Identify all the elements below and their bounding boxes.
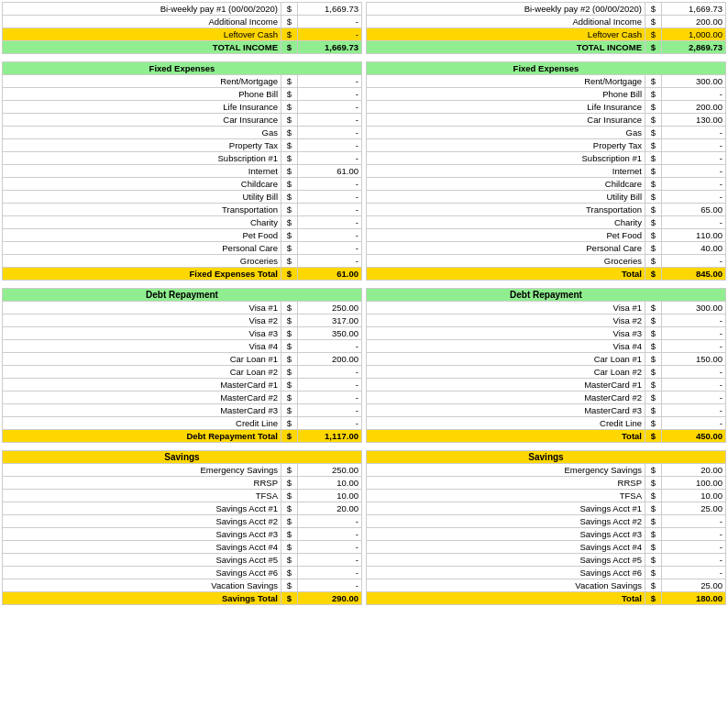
dollar-1c: $: [281, 28, 298, 41]
biweekly-row-2: Bi-weekly pay #2 (00/00/2020) $ 1,669.73: [367, 3, 726, 16]
savings-section-1: Savings Emergency Savings $ 250.00 RRSP …: [2, 450, 362, 605]
fixed-row-2-9: Utility Bill $ -: [367, 191, 726, 204]
fixed-row-1-12: Pet Food $ -: [3, 229, 362, 242]
debt-total-row-1: Debt Repayment Total $ 1,117.00: [3, 430, 362, 443]
fixed-row-1-2: Life Insurance $ -: [3, 101, 362, 114]
fixed-row-2-13: Personal Care $ 40.00: [367, 242, 726, 255]
additional-income-row-1: Additional Income $ -: [3, 16, 362, 28]
additional-value-2: 200.00: [662, 16, 726, 28]
leftover-value-1: -: [298, 28, 362, 41]
dollar-1a: $: [281, 3, 298, 16]
dollar-1d: $: [281, 41, 298, 54]
debt-section-2: Debt Repayment Visa #1 $ 300.00 Visa #2 …: [366, 288, 726, 443]
additional-income-row-2: Additional Income $ 200.00: [367, 16, 726, 28]
debt-row-1-6: MasterCard #1 $ -: [3, 379, 362, 392]
additional-label-1: Additional Income: [3, 16, 281, 28]
debt-row-2-4: Car Loan #1 $ 150.00: [367, 353, 726, 366]
fixed-row-1-13: Personal Care $ -: [3, 242, 362, 255]
fixed-row-1-14: Groceries $ -: [3, 255, 362, 268]
fixed-total-row-1: Fixed Expenses Total $ 61.00: [3, 268, 362, 281]
savings-row-1-6: Savings Acct #4 $ -: [3, 541, 362, 554]
fixed-row-1-8: Childcare $ -: [3, 178, 362, 191]
debt-row-1-8: MasterCard #3 $ -: [3, 404, 362, 417]
column-1: Bi-weekly pay #1 (00/00/2020) $ 1,669.73…: [0, 0, 364, 614]
fixed-row-1-6: Subscription #1 $ -: [3, 152, 362, 165]
debt-row-2-0: Visa #1 $ 300.00: [367, 302, 726, 314]
debt-row-2-6: MasterCard #1 $ -: [367, 379, 726, 392]
debt-row-1-1: Visa #2 $ 317.00: [3, 314, 362, 327]
debt-row-1-9: Credit Line $ -: [3, 417, 362, 430]
fixed-expenses-section-1: Fixed Expenses Rent/Mortgage $ - Phone B…: [2, 61, 362, 281]
biweekly-value-2: 1,669.73: [662, 3, 726, 16]
fixed-row-2-6: Subscription #1 $ -: [367, 152, 726, 165]
debt-row-1-4: Car Loan #1 $ 200.00: [3, 353, 362, 366]
debt-row-1-2: Visa #3 $ 350.00: [3, 327, 362, 340]
total-income-value-1: 1,669.73: [298, 41, 362, 54]
column-2: Bi-weekly pay #2 (00/00/2020) $ 1,669.73…: [364, 0, 728, 614]
fixed-row-2-7: Internet $ -: [367, 165, 726, 178]
fixed-row-1-10: Transportation $ -: [3, 204, 362, 216]
biweekly-label-2: Bi-weekly pay #2 (00/00/2020): [367, 3, 645, 16]
fixed-row-2-12: Pet Food $ 110.00: [367, 229, 726, 242]
total-income-row-2: TOTAL INCOME $ 2,869.73: [367, 41, 726, 54]
fixed-row-2-4: Gas $ -: [367, 127, 726, 139]
fixed-row-1-0: Rent/Mortgage $ -: [3, 75, 362, 88]
income-section-1: Bi-weekly pay #1 (00/00/2020) $ 1,669.73…: [2, 2, 362, 54]
debt-row-1-7: MasterCard #2 $ -: [3, 392, 362, 404]
biweekly-row-1: Bi-weekly pay #1 (00/00/2020) $ 1,669.73: [3, 3, 362, 16]
debt-row-2-3: Visa #4 $ -: [367, 340, 726, 353]
savings-header-2: Savings: [367, 451, 726, 464]
fixed-row-1-1: Phone Bill $ -: [3, 88, 362, 101]
debt-row-2-8: MasterCard #3 $ -: [367, 404, 726, 417]
fixed-expenses-section-2: Fixed Expenses Rent/Mortgage $ 300.00 Ph…: [366, 61, 726, 281]
biweekly-label-1: Bi-weekly pay #1 (00/00/2020): [3, 3, 281, 16]
income-section-2: Bi-weekly pay #2 (00/00/2020) $ 1,669.73…: [366, 2, 726, 54]
total-income-label-1: TOTAL INCOME: [3, 41, 281, 54]
fixed-row-1-9: Utility Bill $ -: [3, 191, 362, 204]
savings-row-2-7: Savings Acct #5 $ -: [367, 554, 726, 567]
savings-section-2: Savings Emergency Savings $ 20.00 RRSP $…: [366, 450, 726, 605]
total-income-row-1: TOTAL INCOME $ 1,669.73: [3, 41, 362, 54]
fixed-row-2-8: Childcare $ -: [367, 178, 726, 191]
debt-row-2-5: Car Loan #2 $ -: [367, 366, 726, 379]
dollar-2b: $: [645, 16, 662, 28]
additional-value-1: -: [298, 16, 362, 28]
debt-section-1: Debt Repayment Visa #1 $ 250.00 Visa #2 …: [2, 288, 362, 443]
savings-row-1-7: Savings Acct #5 $ -: [3, 554, 362, 567]
savings-row-2-6: Savings Acct #4 $ -: [367, 541, 726, 554]
debt-header-2: Debt Repayment: [367, 289, 726, 302]
fixed-header-label-1: Fixed Expenses: [3, 62, 362, 75]
savings-row-1-9: Vacation Savings $ -: [3, 579, 362, 592]
savings-row-1-0: Emergency Savings $ 250.00: [3, 464, 362, 477]
fixed-row-1-7: Internet $ 61.00: [3, 165, 362, 178]
fixed-row-1-11: Charity $ -: [3, 216, 362, 229]
debt-row-1-0: Visa #1 $ 250.00: [3, 302, 362, 314]
fixed-row-2-3: Car Insurance $ 130.00: [367, 114, 726, 127]
fixed-total-row-2: Total $ 845.00: [367, 268, 726, 281]
fixed-row-2-0: Rent/Mortgage $ 300.00: [367, 75, 726, 88]
dollar-2a: $: [645, 3, 662, 16]
debt-header-label-1: Debt Repayment: [3, 289, 362, 302]
debt-header-1: Debt Repayment: [3, 289, 362, 302]
savings-row-1-3: Savings Acct #1 $ 20.00: [3, 502, 362, 515]
savings-row-2-4: Savings Acct #2 $ -: [367, 515, 726, 528]
fixed-header-2: Fixed Expenses: [367, 62, 726, 75]
additional-label-2: Additional Income: [367, 16, 645, 28]
savings-row-1-1: RRSP $ 10.00: [3, 477, 362, 490]
savings-row-2-9: Vacation Savings $ 25.00: [367, 579, 726, 592]
fixed-row-1-4: Gas $ -: [3, 127, 362, 139]
debt-row-2-1: Visa #2 $ -: [367, 314, 726, 327]
debt-row-2-9: Credit Line $ -: [367, 417, 726, 430]
fixed-row-2-11: Charity $ -: [367, 216, 726, 229]
savings-total-row-1: Savings Total $ 290.00: [3, 592, 362, 605]
dollar-2d: $: [645, 41, 662, 54]
leftover-row-1: Leftover Cash $ -: [3, 28, 362, 41]
leftover-label-1: Leftover Cash: [3, 28, 281, 41]
debt-row-1-5: Car Loan #2 $ -: [3, 366, 362, 379]
savings-header-label-1: Savings: [3, 451, 362, 464]
fixed-row-2-10: Transportation $ 65.00: [367, 204, 726, 216]
savings-total-row-2: Total $ 180.00: [367, 592, 726, 605]
savings-row-2-3: Savings Acct #1 $ 25.00: [367, 502, 726, 515]
savings-row-2-8: Savings Acct #6 $ -: [367, 567, 726, 579]
fixed-header-label-2: Fixed Expenses: [367, 62, 726, 75]
